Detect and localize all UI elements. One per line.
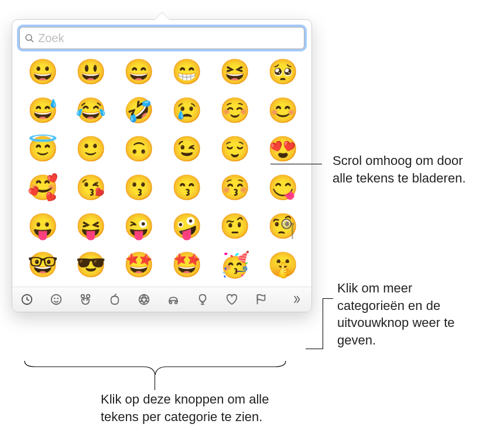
heart-icon[interactable] xyxy=(223,291,241,308)
search-icon xyxy=(25,33,35,43)
emoji-grid[interactable]: 😀😃😄😁😆🥺😅😂🤣😢☺️😊😇🙂🙃😉😌😍🥰😘😗😙😚😋😛😝😜🤪🤨🧐🤓😎🤩🤩🥳🤫 xyxy=(12,54,311,287)
svg-point-4 xyxy=(54,298,55,299)
category-toolbar xyxy=(12,287,311,312)
emoji-item[interactable]: 😘 xyxy=(76,175,106,200)
flag-icon[interactable] xyxy=(252,291,270,308)
emoji-item[interactable]: 🥳 xyxy=(220,253,250,277)
emoji-item[interactable]: 😙 xyxy=(172,175,202,200)
svg-point-8 xyxy=(84,299,84,300)
emoji-item[interactable]: 😁 xyxy=(172,60,202,84)
emoji-item[interactable]: 😋 xyxy=(268,175,298,200)
emoji-item[interactable]: 😎 xyxy=(76,253,106,277)
svg-point-7 xyxy=(87,295,90,298)
annotation-categories: Klik op deze knoppen om alle tekens per … xyxy=(101,391,276,425)
panel-pointer xyxy=(154,12,170,20)
annotation-scroll: Scrol omhoog om door alle tekens te blad… xyxy=(333,152,467,187)
svg-point-3 xyxy=(52,295,61,305)
panel-body: 😀😃😄😁😆🥺😅😂🤣😢☺️😊😇🙂🙃😉😌😍🥰😘😗😙😚😋😛😝😜🤪🤨🧐🤓😎🤩🤩🥳🤫 xyxy=(12,19,312,312)
emoji-item[interactable]: 😚 xyxy=(220,175,250,200)
search-field[interactable] xyxy=(19,27,304,49)
emoji-item[interactable]: 😗 xyxy=(124,175,154,200)
leader-line xyxy=(323,298,333,299)
food-icon[interactable] xyxy=(106,291,124,308)
category-row xyxy=(18,291,270,308)
emoji-item[interactable]: 😃 xyxy=(76,60,106,84)
expand-button[interactable] xyxy=(288,291,306,308)
emoji-item[interactable]: 🤣 xyxy=(124,98,154,123)
emoji-item[interactable]: 😄 xyxy=(124,60,154,84)
emoji-item[interactable]: 🤫 xyxy=(268,253,298,277)
emoji-picker-panel: 😀😃😄😁😆🥺😅😂🤣😢☺️😊😇🙂🙃😉😌😍🥰😘😗😙😚😋😛😝😜🤪🤨🧐🤓😎🤩🤩🥳🤫 xyxy=(12,12,312,312)
emoji-item[interactable]: 😝 xyxy=(76,214,106,239)
animal-icon[interactable] xyxy=(77,291,94,308)
emoji-item[interactable]: 🤓 xyxy=(28,253,58,277)
emoji-item[interactable]: 🙃 xyxy=(124,137,154,161)
emoji-item[interactable]: ☺️ xyxy=(220,98,250,123)
emoji-item[interactable]: 😌 xyxy=(220,137,250,161)
emoji-item[interactable]: 😊 xyxy=(268,98,298,123)
emoji-item[interactable]: 😉 xyxy=(172,137,202,161)
smiley-icon[interactable] xyxy=(47,291,65,308)
search-input[interactable] xyxy=(38,32,299,45)
emoji-item[interactable]: 😀 xyxy=(28,60,58,84)
emoji-item[interactable]: 😂 xyxy=(76,98,106,123)
emoji-item[interactable]: 🤪 xyxy=(172,214,202,239)
emoji-item[interactable]: 😍 xyxy=(268,137,298,161)
recent-icon[interactable] xyxy=(18,291,36,308)
emoji-item[interactable]: 😇 xyxy=(28,137,58,161)
leader-line xyxy=(155,375,155,390)
emoji-item[interactable]: 🙂 xyxy=(76,137,106,161)
svg-point-6 xyxy=(81,295,85,298)
emoji-item[interactable]: 😛 xyxy=(28,214,58,239)
leader-line xyxy=(306,349,323,349)
activity-icon[interactable] xyxy=(135,291,153,308)
emoji-item[interactable]: 😆 xyxy=(220,60,250,84)
svg-line-1 xyxy=(31,39,33,42)
svg-point-11 xyxy=(170,302,172,304)
search-row xyxy=(12,20,311,54)
brace xyxy=(23,360,287,377)
emoji-item[interactable]: 😅 xyxy=(28,98,58,123)
svg-point-5 xyxy=(57,298,58,299)
svg-point-9 xyxy=(87,299,87,300)
travel-icon[interactable] xyxy=(165,291,182,308)
svg-point-12 xyxy=(175,302,177,304)
object-icon[interactable] xyxy=(194,291,211,308)
emoji-item[interactable]: 😜 xyxy=(124,214,154,239)
leader-line xyxy=(323,298,323,349)
emoji-item[interactable]: 🤨 xyxy=(220,214,250,239)
emoji-item[interactable]: 🥺 xyxy=(268,60,298,84)
emoji-item[interactable]: 🤩 xyxy=(124,253,154,277)
emoji-item[interactable]: 😢 xyxy=(172,98,202,123)
svg-point-0 xyxy=(26,35,32,40)
emoji-item[interactable]: 🥰 xyxy=(28,175,58,200)
leader-line xyxy=(270,164,322,164)
annotation-expand: Klik om meer categorieën en de uitvouwkn… xyxy=(337,280,472,349)
emoji-item[interactable]: 🤩 xyxy=(172,253,202,277)
emoji-item[interactable]: 🧐 xyxy=(268,214,298,239)
